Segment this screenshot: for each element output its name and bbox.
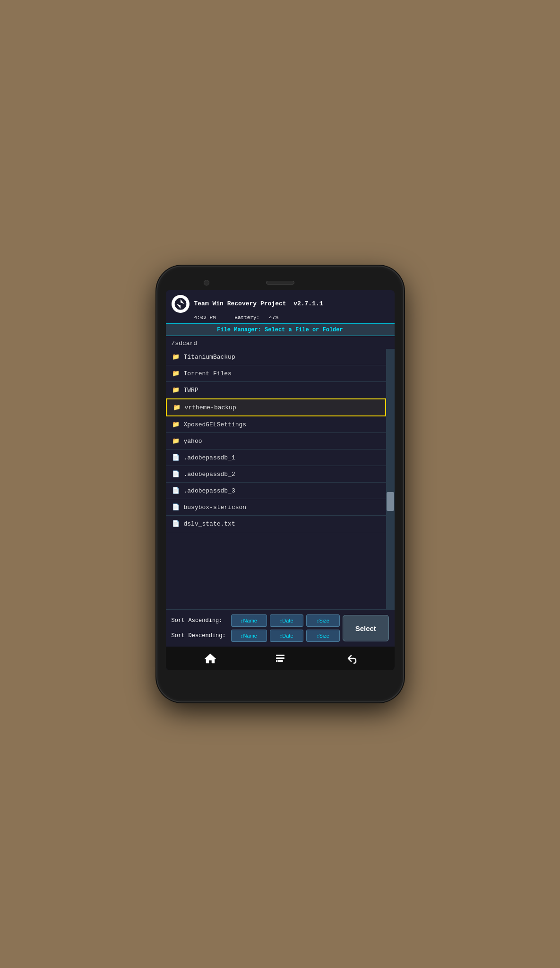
scrollbar-track[interactable]	[386, 349, 395, 609]
folder-icon	[172, 437, 180, 445]
list-item[interactable]: .adobepassdb_3	[166, 483, 386, 499]
file-name: .adobepassdb_3	[184, 487, 235, 494]
list-item[interactable]: TWRP	[166, 382, 386, 398]
twrp-header: Team Win Recovery Project v2.7.1.1 4:02 …	[166, 290, 395, 324]
phone-bottom-bar	[166, 670, 395, 684]
svg-rect-5	[276, 660, 277, 662]
sort-desc-size-button[interactable]: ↕Size	[306, 630, 340, 642]
file-icon	[172, 470, 180, 478]
list-item[interactable]: TitaniumBackup	[166, 349, 386, 365]
time-display: 4:02 PM	[194, 315, 216, 320]
file-name: .adobepassdb_2	[184, 471, 235, 478]
phone-device: Team Win Recovery Project v2.7.1.1 4:02 …	[157, 267, 403, 701]
list-item[interactable]: dslv_state.txt	[166, 516, 386, 532]
back-icon	[344, 652, 357, 665]
sort-asc-name-button[interactable]: ↕Name	[231, 614, 267, 627]
list-item[interactable]: .adobepassdb_2	[166, 466, 386, 483]
battery-label: Battery:	[234, 315, 259, 320]
file-name: Torrent Files	[184, 370, 232, 377]
battery-value: 47%	[269, 315, 278, 320]
sort-ascending-label: Sort Ascending:	[172, 617, 228, 624]
back-button[interactable]	[341, 649, 360, 668]
file-name: XposedGELSettings	[184, 421, 247, 428]
file-name: TitaniumBackup	[184, 354, 235, 361]
file-list-container: TitaniumBackupTorrent FilesTWRPvrtheme-b…	[166, 349, 395, 609]
file-name: TWRP	[184, 387, 198, 394]
file-name: dslv_state.txt	[184, 520, 235, 527]
file-icon	[172, 503, 180, 511]
file-name: .adobepassdb_1	[184, 454, 235, 461]
sort-asc-date-button[interactable]: ↕Date	[270, 614, 303, 627]
sort-descending-label: Sort Descending:	[172, 632, 228, 639]
file-list: TitaniumBackupTorrent FilesTWRPvrtheme-b…	[166, 349, 386, 609]
phone-top-bar	[166, 275, 395, 290]
speaker	[266, 281, 294, 285]
svg-rect-3	[276, 657, 284, 659]
list-item[interactable]: XposedGELSettings	[166, 416, 386, 433]
list-item[interactable]: .adobepassdb_1	[166, 449, 386, 466]
menu-icon	[274, 652, 287, 665]
file-name: vrtheme-backup	[185, 404, 236, 411]
screen: Team Win Recovery Project v2.7.1.1 4:02 …	[166, 290, 395, 670]
current-path: /sdcard	[166, 336, 395, 349]
app-title: Team Win Recovery Project v2.7.1.1	[194, 300, 323, 308]
sort-desc-name-button[interactable]: ↕Name	[231, 630, 267, 642]
screen-subtitle: File Manager: Select a File or Folder	[166, 324, 395, 336]
list-item[interactable]: yahoo	[166, 433, 386, 449]
status-row: 4:02 PM Battery: 47%	[172, 315, 389, 320]
list-item[interactable]: Torrent Files	[166, 365, 386, 382]
folder-icon	[172, 403, 181, 412]
svg-rect-4	[277, 660, 283, 662]
file-icon	[172, 519, 180, 528]
sort-asc-size-button[interactable]: ↕Size	[306, 614, 340, 627]
folder-icon	[172, 369, 180, 378]
scrollbar-thumb[interactable]	[387, 492, 394, 511]
folder-icon	[172, 420, 180, 429]
file-name: busybox-stericson	[184, 504, 247, 511]
list-item[interactable]: vrtheme-backup	[166, 398, 386, 416]
file-icon	[172, 486, 180, 495]
home-icon	[204, 652, 217, 665]
folder-icon	[172, 386, 180, 394]
list-item[interactable]: busybox-stericson	[166, 499, 386, 516]
svg-marker-1	[205, 654, 216, 663]
sort-desc-date-button[interactable]: ↕Date	[270, 630, 303, 642]
svg-rect-2	[276, 655, 284, 656]
folder-icon	[172, 353, 180, 361]
file-icon	[172, 453, 180, 462]
twrp-logo	[172, 295, 190, 313]
twrp-logo-icon	[174, 297, 187, 311]
nav-bar	[166, 647, 395, 670]
select-button[interactable]: Select	[343, 615, 388, 641]
file-name: yahoo	[184, 438, 202, 445]
home-button[interactable]	[201, 649, 220, 668]
menu-button[interactable]	[271, 649, 290, 668]
bottom-controls: Sort Ascending: ↕Name ↕Date ↕Size Select…	[166, 609, 395, 647]
camera	[204, 280, 209, 285]
